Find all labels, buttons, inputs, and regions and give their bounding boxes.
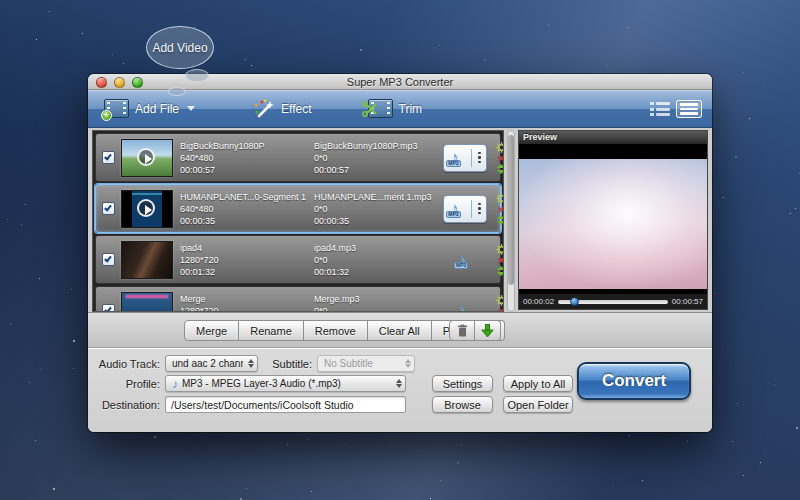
row-checkbox[interactable] xyxy=(102,253,115,266)
row-checkbox[interactable] xyxy=(102,151,115,164)
audio-track-select[interactable]: und aac 2 channels xyxy=(165,355,258,372)
trim-film-icon xyxy=(368,99,393,118)
move-down-icon[interactable] xyxy=(497,221,504,225)
add-file-button[interactable]: + Add File xyxy=(104,99,195,118)
profile-select[interactable]: ♪ MP3 - MPEG Layer-3 Audio (*.mp3) xyxy=(165,375,406,392)
list-scrollbar[interactable] xyxy=(507,130,515,312)
output-name: BigBuckBunny1080P.mp3 xyxy=(314,140,436,152)
trash-icon xyxy=(457,324,468,337)
format-button[interactable]: ♪ MP3 xyxy=(451,246,479,274)
mp3-badge: MP3 xyxy=(446,211,460,218)
current-time: 00:00:02 xyxy=(523,297,554,306)
file-list-row[interactable]: Merge 1280*720 00:05:13 Merge.mp3 0*0 00… xyxy=(95,286,501,312)
action-strip: Merge Rename Remove Clear All Properties xyxy=(88,312,712,348)
effect-button[interactable]: Effect xyxy=(253,99,311,119)
magic-wand-icon xyxy=(253,99,275,119)
detail-view-button[interactable] xyxy=(650,102,670,116)
row-checkbox[interactable] xyxy=(102,202,115,215)
audio-track-label: Audio Track: xyxy=(88,358,160,370)
apply-to-all-button[interactable]: Apply to All xyxy=(503,375,573,392)
row-move-arrows xyxy=(497,164,504,174)
remove-button[interactable]: Remove xyxy=(304,320,368,341)
add-file-label: Add File xyxy=(135,102,179,116)
output-name: Merge.mp3 xyxy=(314,293,436,305)
destination-input[interactable] xyxy=(165,396,406,413)
down-arrow-icon xyxy=(481,324,494,338)
row-checkbox[interactable] xyxy=(102,304,115,312)
open-folder-button[interactable]: Open Folder xyxy=(503,396,573,413)
format-menu-icon[interactable] xyxy=(475,152,484,164)
download-button[interactable] xyxy=(475,320,501,341)
seek-bar: 00:00:02 00:00:57 xyxy=(519,294,707,309)
play-overlay-icon[interactable] xyxy=(137,199,155,217)
row-settings-gear-icon[interactable] xyxy=(496,193,505,204)
destination-label: Destination: xyxy=(88,399,160,411)
source-resolution: 640*480 xyxy=(180,203,314,215)
output-name: HUMANPLANE...ment 1.mp3 xyxy=(314,191,436,203)
move-up-icon[interactable] xyxy=(497,266,504,270)
preview-video xyxy=(519,144,707,294)
preview-title: Preview xyxy=(519,131,707,144)
mp3-badge: MP3 xyxy=(454,262,468,269)
row-settings-gear-icon[interactable] xyxy=(496,244,505,255)
trim-label: Trim xyxy=(399,102,423,116)
scrollbar-thumb[interactable] xyxy=(508,135,514,285)
row-move-arrows xyxy=(497,266,504,276)
settings-button[interactable]: Settings xyxy=(432,375,493,392)
rename-button[interactable]: Rename xyxy=(239,320,304,341)
select-arrows-icon xyxy=(396,379,402,388)
trim-button[interactable]: Trim xyxy=(368,99,423,118)
subtitle-label: Subtitle: xyxy=(262,358,312,370)
effect-label: Effect xyxy=(281,102,311,116)
output-resolution: 0*0 xyxy=(314,305,436,313)
tooltip-trail-bubble xyxy=(168,87,186,96)
row-remove-icon[interactable]: × xyxy=(498,205,504,214)
output-resolution: 0*0 xyxy=(314,203,436,215)
toolbar: + Add File Effect xyxy=(88,90,712,128)
play-overlay-icon[interactable] xyxy=(137,148,155,166)
list-view-button[interactable] xyxy=(676,100,702,118)
file-list: BigBuckBunny1080P 640*480 00:00:57 BigBu… xyxy=(92,130,504,312)
move-up-icon[interactable] xyxy=(497,215,504,219)
row-remove-icon[interactable]: × xyxy=(498,256,504,265)
file-list-row[interactable]: HUMANPLANET...0-Segment 1 640*480 00:00:… xyxy=(95,184,501,233)
add-video-tooltip: Add Video xyxy=(146,26,214,69)
file-list-row[interactable]: BigBuckBunny1080P 640*480 00:00:57 BigBu… xyxy=(95,133,501,182)
mp3-note-icon: ♪ MP3 xyxy=(446,147,468,169)
source-resolution: 1280*720 xyxy=(180,254,314,266)
move-down-icon[interactable] xyxy=(497,170,504,174)
move-down-icon[interactable] xyxy=(497,272,504,276)
clear-all-button[interactable]: Clear All xyxy=(368,320,432,341)
select-arrows-icon xyxy=(405,359,411,368)
settings-panel: Audio Track: und aac 2 channels Subtitle… xyxy=(88,348,712,432)
format-button[interactable]: ♪ MP3 xyxy=(443,195,487,223)
profile-label: Profile: xyxy=(88,378,160,390)
file-list-row[interactable]: ipad4 1280*720 00:01:32 ipad4.mp3 0*0 00… xyxy=(95,235,501,284)
row-settings-gear-icon[interactable] xyxy=(496,295,505,306)
seek-knob[interactable] xyxy=(570,297,579,306)
tooltip-trail-bubble xyxy=(185,69,209,82)
format-button[interactable]: ♪ MP3 xyxy=(443,144,487,172)
row-settings-gear-icon[interactable] xyxy=(496,142,505,153)
video-thumbnail xyxy=(121,241,173,279)
subtitle-select[interactable]: No Subtitle xyxy=(317,355,415,372)
mp3-note-icon: ♪ MP3 xyxy=(446,198,468,220)
browse-button[interactable]: Browse xyxy=(432,396,493,413)
format-menu-icon[interactable] xyxy=(475,203,484,215)
seek-slider[interactable] xyxy=(558,300,668,304)
output-name: ipad4.mp3 xyxy=(314,242,436,254)
row-remove-icon[interactable]: × xyxy=(498,154,504,163)
move-up-icon[interactable] xyxy=(497,164,504,168)
format-button[interactable]: ♪ MP3 xyxy=(451,297,479,313)
audio-track-value: und aac 2 channels xyxy=(172,358,243,369)
source-name: Merge xyxy=(180,293,314,305)
source-duration: 00:00:57 xyxy=(180,164,314,176)
merge-button[interactable]: Merge xyxy=(184,320,239,341)
source-name: ipad4 xyxy=(180,242,314,254)
delete-button[interactable] xyxy=(449,320,475,341)
window-title: Super MP3 Converter xyxy=(88,76,712,88)
output-duration: 00:00:35 xyxy=(314,215,436,227)
convert-button[interactable]: Convert xyxy=(577,362,691,400)
video-thumbnail xyxy=(121,190,173,228)
chevron-down-icon xyxy=(187,106,195,111)
